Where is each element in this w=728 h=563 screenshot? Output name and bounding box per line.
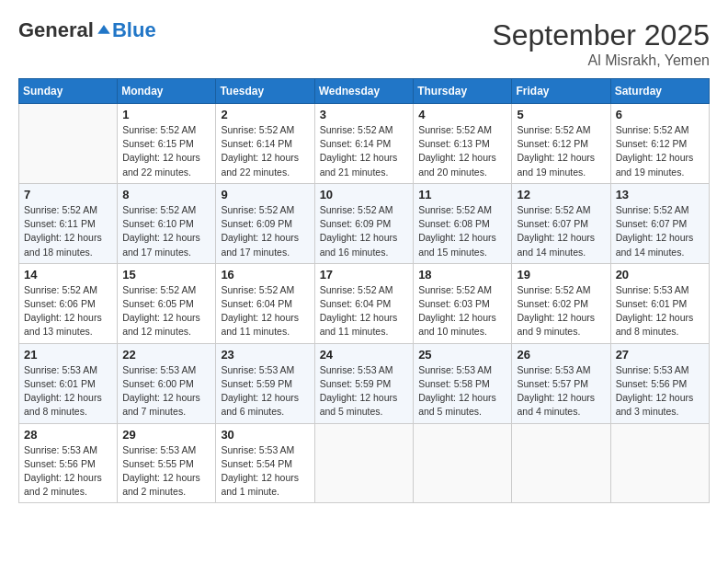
calendar-cell [19, 104, 118, 184]
day-number: 27 [616, 348, 704, 362]
day-info: Sunrise: 5:53 AM Sunset: 6:00 PM Dayligh… [122, 363, 210, 419]
day-info: Sunrise: 5:52 AM Sunset: 6:08 PM Dayligh… [418, 203, 506, 259]
calendar-cell: 20Sunrise: 5:53 AM Sunset: 6:01 PM Dayli… [610, 263, 709, 343]
day-number: 26 [517, 348, 605, 362]
day-number: 18 [418, 268, 506, 282]
calendar-cell: 23Sunrise: 5:53 AM Sunset: 5:59 PM Dayli… [216, 343, 314, 423]
day-number: 23 [221, 348, 309, 362]
calendar-cell: 29Sunrise: 5:53 AM Sunset: 5:55 PM Dayli… [118, 423, 216, 503]
calendar-cell: 16Sunrise: 5:52 AM Sunset: 6:04 PM Dayli… [216, 263, 314, 343]
calendar-cell: 5Sunrise: 5:52 AM Sunset: 6:12 PM Daylig… [512, 104, 610, 184]
calendar-cell: 28Sunrise: 5:53 AM Sunset: 5:56 PM Dayli… [19, 423, 118, 503]
calendar-week-row: 21Sunrise: 5:53 AM Sunset: 6:01 PM Dayli… [19, 343, 710, 423]
day-info: Sunrise: 5:53 AM Sunset: 5:55 PM Dayligh… [122, 443, 210, 500]
day-number: 19 [517, 268, 605, 282]
day-info: Sunrise: 5:53 AM Sunset: 5:59 PM Dayligh… [221, 363, 309, 419]
day-info: Sunrise: 5:52 AM Sunset: 6:13 PM Dayligh… [418, 123, 506, 179]
weekday-header-sunday: Sunday [19, 79, 118, 104]
weekday-header-tuesday: Tuesday [216, 79, 314, 104]
day-number: 6 [616, 108, 704, 121]
day-info: Sunrise: 5:52 AM Sunset: 6:05 PM Dayligh… [122, 283, 210, 339]
calendar-cell: 19Sunrise: 5:52 AM Sunset: 6:02 PM Dayli… [512, 263, 610, 343]
day-info: Sunrise: 5:52 AM Sunset: 6:02 PM Dayligh… [517, 283, 605, 339]
month-year-title: September 2025 [492, 18, 710, 52]
calendar-week-row: 28Sunrise: 5:53 AM Sunset: 5:56 PM Dayli… [19, 423, 710, 503]
day-number: 8 [122, 188, 210, 201]
calendar-cell: 27Sunrise: 5:53 AM Sunset: 5:56 PM Dayli… [610, 343, 709, 423]
weekday-header-wednesday: Wednesday [314, 79, 414, 104]
logo-icon [96, 22, 112, 39]
weekday-header-row: SundayMondayTuesdayWednesdayThursdayFrid… [19, 79, 710, 104]
day-number: 15 [122, 268, 210, 282]
calendar-cell: 6Sunrise: 5:52 AM Sunset: 6:12 PM Daylig… [610, 104, 709, 184]
day-number: 17 [320, 268, 409, 282]
calendar-cell [414, 423, 512, 503]
calendar-cell: 26Sunrise: 5:53 AM Sunset: 5:57 PM Dayli… [512, 343, 610, 423]
day-number: 16 [221, 268, 309, 282]
calendar-cell: 22Sunrise: 5:53 AM Sunset: 6:00 PM Dayli… [118, 343, 216, 423]
title-block: September 2025 Al Misrakh, Yemen [492, 18, 710, 69]
day-number: 13 [616, 188, 704, 201]
weekday-header-monday: Monday [118, 79, 216, 104]
day-info: Sunrise: 5:52 AM Sunset: 6:09 PM Dayligh… [320, 203, 409, 259]
day-info: Sunrise: 5:53 AM Sunset: 5:54 PM Dayligh… [221, 443, 309, 500]
day-number: 29 [122, 428, 210, 442]
day-number: 10 [320, 188, 409, 201]
weekday-header-friday: Friday [512, 79, 610, 104]
calendar-cell: 24Sunrise: 5:53 AM Sunset: 5:59 PM Dayli… [314, 343, 414, 423]
calendar-cell: 7Sunrise: 5:52 AM Sunset: 6:11 PM Daylig… [19, 183, 118, 263]
day-info: Sunrise: 5:53 AM Sunset: 6:01 PM Dayligh… [24, 363, 112, 419]
day-number: 1 [122, 108, 210, 121]
day-number: 9 [221, 188, 309, 201]
logo-general-text: General [18, 18, 94, 42]
day-info: Sunrise: 5:52 AM Sunset: 6:15 PM Dayligh… [122, 123, 210, 179]
calendar-cell: 25Sunrise: 5:53 AM Sunset: 5:58 PM Dayli… [414, 343, 512, 423]
day-number: 20 [616, 268, 704, 282]
calendar-cell: 30Sunrise: 5:53 AM Sunset: 5:54 PM Dayli… [216, 423, 314, 503]
calendar-cell: 13Sunrise: 5:52 AM Sunset: 6:07 PM Dayli… [610, 183, 709, 263]
calendar-cell: 12Sunrise: 5:52 AM Sunset: 6:07 PM Dayli… [512, 183, 610, 263]
day-info: Sunrise: 5:52 AM Sunset: 6:11 PM Dayligh… [24, 203, 112, 259]
calendar-cell [512, 423, 610, 503]
day-info: Sunrise: 5:53 AM Sunset: 5:57 PM Dayligh… [517, 363, 605, 419]
day-number: 25 [418, 348, 506, 362]
day-number: 12 [517, 188, 605, 201]
calendar-cell: 14Sunrise: 5:52 AM Sunset: 6:06 PM Dayli… [19, 263, 118, 343]
day-info: Sunrise: 5:52 AM Sunset: 6:14 PM Dayligh… [221, 123, 309, 179]
day-info: Sunrise: 5:52 AM Sunset: 6:14 PM Dayligh… [320, 123, 409, 179]
day-number: 7 [24, 188, 112, 201]
day-number: 5 [517, 108, 605, 121]
calendar-cell: 9Sunrise: 5:52 AM Sunset: 6:09 PM Daylig… [216, 183, 314, 263]
day-info: Sunrise: 5:52 AM Sunset: 6:09 PM Dayligh… [221, 203, 309, 259]
weekday-header-thursday: Thursday [414, 79, 512, 104]
logo: General Blue [18, 18, 156, 42]
day-info: Sunrise: 5:52 AM Sunset: 6:10 PM Dayligh… [122, 203, 210, 259]
calendar-cell: 11Sunrise: 5:52 AM Sunset: 6:08 PM Dayli… [414, 183, 512, 263]
calendar-cell: 15Sunrise: 5:52 AM Sunset: 6:05 PM Dayli… [118, 263, 216, 343]
calendar-cell: 3Sunrise: 5:52 AM Sunset: 6:14 PM Daylig… [314, 104, 414, 184]
day-info: Sunrise: 5:53 AM Sunset: 5:59 PM Dayligh… [320, 363, 409, 419]
calendar-cell [610, 423, 709, 503]
calendar-cell: 2Sunrise: 5:52 AM Sunset: 6:14 PM Daylig… [216, 104, 314, 184]
calendar-cell: 8Sunrise: 5:52 AM Sunset: 6:10 PM Daylig… [118, 183, 216, 263]
day-number: 3 [320, 108, 409, 121]
calendar-cell: 10Sunrise: 5:52 AM Sunset: 6:09 PM Dayli… [314, 183, 414, 263]
calendar-table: SundayMondayTuesdayWednesdayThursdayFrid… [18, 78, 710, 503]
calendar-week-row: 1Sunrise: 5:52 AM Sunset: 6:15 PM Daylig… [19, 104, 710, 184]
day-info: Sunrise: 5:52 AM Sunset: 6:07 PM Dayligh… [517, 203, 605, 259]
day-info: Sunrise: 5:52 AM Sunset: 6:04 PM Dayligh… [221, 283, 309, 339]
day-number: 21 [24, 348, 112, 362]
calendar-week-row: 7Sunrise: 5:52 AM Sunset: 6:11 PM Daylig… [19, 183, 710, 263]
calendar-week-row: 14Sunrise: 5:52 AM Sunset: 6:06 PM Dayli… [19, 263, 710, 343]
calendar-cell: 18Sunrise: 5:52 AM Sunset: 6:03 PM Dayli… [414, 263, 512, 343]
day-number: 22 [122, 348, 210, 362]
day-number: 4 [418, 108, 506, 121]
day-number: 24 [320, 348, 409, 362]
day-info: Sunrise: 5:52 AM Sunset: 6:12 PM Dayligh… [517, 123, 605, 179]
page-header: General Blue September 2025 Al Misrakh, … [18, 18, 710, 69]
day-info: Sunrise: 5:53 AM Sunset: 5:58 PM Dayligh… [418, 363, 506, 419]
day-info: Sunrise: 5:53 AM Sunset: 5:56 PM Dayligh… [616, 363, 704, 419]
day-number: 14 [24, 268, 112, 282]
day-number: 2 [221, 108, 309, 121]
day-info: Sunrise: 5:53 AM Sunset: 5:56 PM Dayligh… [24, 443, 112, 500]
